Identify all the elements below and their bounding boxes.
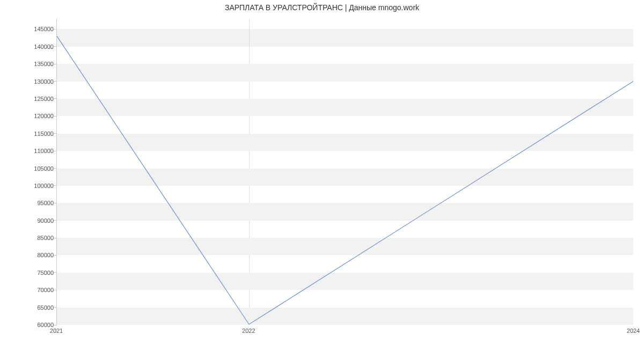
y-tick (54, 220, 57, 221)
y-tick (54, 81, 57, 82)
y-tick-label: 135000 (3, 61, 54, 67)
y-tick-label: 75000 (3, 270, 54, 276)
y-tick (54, 64, 57, 64)
y-tick-label: 105000 (3, 165, 54, 172)
y-tick (54, 203, 57, 203)
y-tick-label: 80000 (3, 252, 54, 258)
y-tick (54, 255, 57, 256)
x-tick-label: 2021 (50, 328, 63, 334)
y-tick-label: 90000 (3, 217, 54, 224)
y-tick-label: 115000 (3, 130, 54, 137)
chart-title: ЗАРПЛАТА В УРАЛСТРОЙТРАНС | Данные mnogo… (0, 3, 644, 12)
y-tick-label: 85000 (3, 235, 54, 241)
data-line (57, 19, 633, 324)
y-tick (54, 185, 57, 186)
y-tick (54, 29, 57, 30)
y-tick (54, 133, 57, 134)
y-tick-label: 145000 (3, 26, 54, 32)
y-tick (54, 290, 57, 290)
y-tick (54, 98, 57, 99)
y-tick (54, 116, 57, 117)
line-chart: ЗАРПЛАТА В УРАЛСТРОЙТРАНС | Данные mnogo… (0, 0, 644, 349)
plot-area (56, 19, 633, 325)
x-tick-label: 2022 (242, 328, 255, 334)
y-tick (54, 168, 57, 169)
y-tick (54, 151, 57, 151)
y-tick-label: 125000 (3, 96, 54, 102)
y-tick (54, 238, 57, 238)
y-tick-label: 120000 (3, 113, 54, 119)
y-tick-label: 110000 (3, 148, 54, 154)
y-tick-label: 130000 (3, 78, 54, 85)
y-tick-label: 70000 (3, 287, 54, 293)
y-tick-label: 140000 (3, 43, 54, 50)
y-tick (54, 325, 57, 325)
y-tick (54, 307, 57, 308)
y-tick (54, 272, 57, 273)
y-tick (54, 46, 57, 47)
y-tick-label: 60000 (3, 322, 54, 328)
y-tick-label: 95000 (3, 200, 54, 206)
y-tick-label: 100000 (3, 183, 54, 189)
x-tick-label: 2024 (627, 328, 640, 334)
y-tick-label: 65000 (3, 304, 54, 311)
